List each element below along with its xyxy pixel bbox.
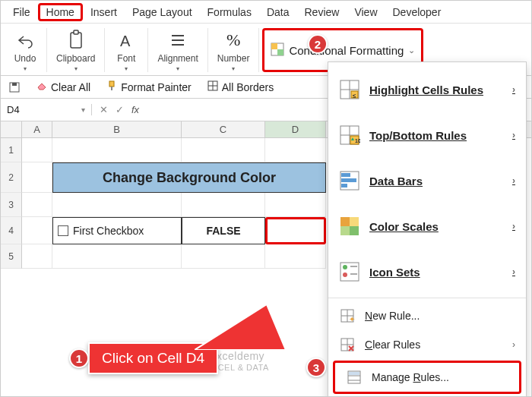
cell[interactable] bbox=[182, 193, 265, 217]
title-cell[interactable]: Change Background Color bbox=[52, 162, 326, 193]
tab-review[interactable]: Review bbox=[297, 3, 347, 21]
cell[interactable] bbox=[182, 244, 265, 269]
cell-b4[interactable]: First Checkbox bbox=[52, 217, 182, 244]
svg-rect-29 bbox=[341, 173, 350, 177]
cell[interactable] bbox=[182, 138, 265, 162]
tab-data[interactable]: Data bbox=[259, 3, 297, 21]
row-header-5[interactable]: 5 bbox=[1, 244, 22, 269]
tab-view[interactable]: View bbox=[347, 3, 385, 21]
svg-text:≤: ≤ bbox=[353, 93, 356, 99]
cell-d4[interactable] bbox=[265, 217, 326, 244]
top-bottom-icon: 10 bbox=[339, 124, 360, 146]
menu-separator bbox=[328, 298, 526, 298]
menu-label: Highlight Cells Rules bbox=[369, 83, 483, 96]
chevron-down-icon: ▾ bbox=[81, 106, 85, 114]
callout-arrow-icon bbox=[195, 304, 286, 350]
svg-text:A: A bbox=[120, 33, 131, 49]
icon-sets-icon bbox=[339, 261, 360, 282]
row-header-1[interactable]: 1 bbox=[1, 138, 22, 162]
col-header-c[interactable]: C bbox=[182, 121, 265, 137]
cell[interactable] bbox=[52, 244, 182, 269]
svg-rect-7 bbox=[271, 43, 277, 49]
col-header-a[interactable]: A bbox=[22, 121, 52, 137]
color-scales-icon bbox=[339, 216, 360, 237]
cell[interactable] bbox=[22, 193, 52, 217]
cell[interactable] bbox=[22, 162, 52, 193]
cancel-icon[interactable]: ✕ bbox=[100, 104, 108, 115]
tab-formulas[interactable]: Formulas bbox=[200, 3, 259, 21]
clipboard-icon bbox=[64, 28, 88, 52]
chevron-right-icon: › bbox=[512, 339, 515, 350]
menu-manage-rules[interactable]: Manage Rules... bbox=[333, 361, 521, 394]
ribbon-group-font[interactable]: A Font ▾ bbox=[105, 28, 148, 72]
svg-rect-1 bbox=[74, 30, 78, 34]
tab-file[interactable]: File bbox=[5, 3, 38, 21]
tab-developer[interactable]: Developer bbox=[385, 3, 449, 21]
chevron-down-icon: ⌄ bbox=[408, 46, 415, 55]
row-header-4[interactable]: 4 bbox=[1, 217, 22, 244]
svg-rect-32 bbox=[340, 217, 350, 226]
ribbon-group-undo[interactable]: Undo ▾ bbox=[4, 28, 47, 72]
conditional-formatting-icon bbox=[271, 43, 284, 58]
callout: Click on Cell D4 bbox=[88, 342, 218, 374]
eraser-icon bbox=[36, 80, 48, 94]
step-badge-3: 3 bbox=[306, 358, 326, 377]
enter-icon[interactable]: ✓ bbox=[116, 104, 124, 115]
cell[interactable] bbox=[52, 193, 182, 217]
alignment-label: Alignment bbox=[157, 54, 198, 64]
svg-rect-35 bbox=[350, 226, 359, 235]
all-borders-button[interactable]: All Borders bbox=[207, 80, 274, 94]
menu-color-scales[interactable]: Color Scales › bbox=[328, 203, 526, 249]
svg-text:✦: ✦ bbox=[349, 315, 355, 323]
name-box[interactable]: D4 ▾ bbox=[1, 104, 92, 115]
tab-strip: File Home Insert Page Layout Formulas Da… bbox=[1, 1, 531, 24]
dropdown-chevron-icon: ▾ bbox=[232, 65, 235, 72]
cell[interactable] bbox=[52, 138, 182, 162]
format-painter-button[interactable]: Format Painter bbox=[106, 80, 192, 94]
col-header-d[interactable]: D bbox=[265, 121, 326, 137]
svg-rect-10 bbox=[12, 83, 17, 86]
font-icon: A bbox=[114, 28, 138, 52]
col-header-b[interactable]: B bbox=[52, 121, 182, 137]
tab-insert[interactable]: Insert bbox=[83, 3, 125, 21]
cell[interactable] bbox=[265, 138, 326, 162]
cell-c4[interactable]: FALSE bbox=[182, 217, 265, 244]
menu-label: Top/Bottom Rules bbox=[369, 129, 467, 142]
ribbon-group-alignment[interactable]: Alignment ▾ bbox=[148, 28, 207, 72]
ribbon-group-number[interactable]: % Number ▾ bbox=[208, 28, 260, 72]
clipboard-label: Clipboard bbox=[56, 54, 95, 64]
menu-new-rule[interactable]: ✦ New Rule... bbox=[328, 301, 526, 330]
svg-rect-12 bbox=[109, 81, 114, 87]
checkbox-icon[interactable] bbox=[58, 225, 68, 236]
new-rule-icon: ✦ bbox=[339, 307, 356, 324]
svg-rect-30 bbox=[341, 178, 356, 182]
cell[interactable] bbox=[22, 217, 52, 244]
select-all-corner[interactable] bbox=[1, 121, 22, 137]
clear-all-button[interactable]: Clear All bbox=[36, 80, 90, 94]
step-badge-1: 1 bbox=[69, 348, 89, 368]
svg-rect-13 bbox=[111, 87, 112, 90]
cell[interactable] bbox=[22, 244, 52, 269]
menu-label: Color Scales bbox=[369, 220, 439, 233]
save-icon[interactable] bbox=[8, 81, 21, 93]
row-header-3[interactable]: 3 bbox=[1, 193, 22, 217]
fx-icon[interactable]: fx bbox=[131, 104, 139, 115]
svg-rect-39 bbox=[350, 266, 357, 267]
ribbon-group-clipboard[interactable]: Clipboard ▾ bbox=[47, 28, 105, 72]
svg-rect-36 bbox=[340, 263, 359, 281]
menu-icon-sets[interactable]: Icon Sets › bbox=[328, 249, 526, 295]
row-header-2[interactable]: 2 bbox=[1, 162, 22, 193]
cell[interactable] bbox=[265, 193, 326, 217]
menu-highlight-cells-rules[interactable]: ≤ Highlight Cells Rules › bbox=[328, 67, 526, 112]
svg-rect-31 bbox=[341, 184, 347, 187]
menu-clear-rules[interactable]: Clear Rules › bbox=[328, 330, 526, 359]
tab-page-layout[interactable]: Page Layout bbox=[125, 3, 200, 21]
menu-top-bottom-rules[interactable]: 10 Top/Bottom Rules › bbox=[328, 112, 526, 158]
chevron-right-icon: › bbox=[512, 175, 515, 186]
cell[interactable] bbox=[22, 138, 52, 162]
clear-all-label: Clear All bbox=[51, 81, 90, 93]
tab-home[interactable]: Home bbox=[38, 3, 83, 21]
cell[interactable] bbox=[265, 244, 326, 269]
menu-data-bars[interactable]: Data Bars › bbox=[328, 158, 526, 203]
svg-text:10: 10 bbox=[355, 138, 360, 143]
